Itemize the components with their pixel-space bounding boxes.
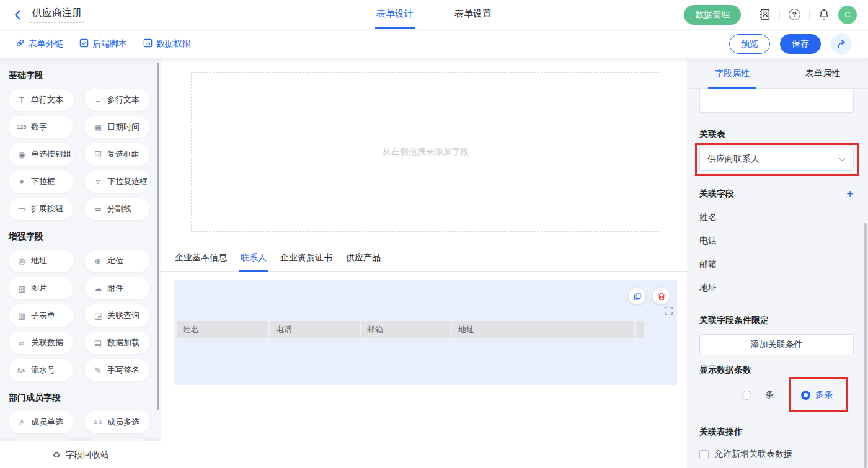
allow-add-related-checkbox[interactable]: 允许新增关联表数据 [699,449,854,460]
palette-item-divider[interactable]: ═分割线 [85,198,149,220]
palette-item-attachment[interactable]: ☁附件 [85,277,149,299]
attachment-icon: ☁ [93,284,103,293]
palette-item-member-multi[interactable]: ♙♙成员多选 [85,411,149,433]
truncated-input-box[interactable] [699,89,854,113]
member-single-icon: ♙ [17,418,27,427]
field-recycle-bin[interactable]: ♻ 字段回收站 [0,441,161,468]
data-permission-icon [143,38,153,50]
palette-item-data-load[interactable]: ▤数据加载 [85,332,149,354]
related-data-field-card[interactable]: 姓名电话邮箱地址 [174,280,677,385]
expand-handle[interactable] [665,307,673,315]
palette-item-label: 多行文本 [107,94,140,105]
data-load-icon: ▤ [93,338,103,348]
palette-item-label: 地址 [31,255,47,267]
radio-multiple-wrap: 多条 [801,389,833,400]
form-dropzone[interactable]: 从左侧拖拽来添加字段 [191,72,660,232]
location-icon: ⊕ [93,257,103,266]
signature-icon: ✎ [93,366,103,375]
palette-item-serial-number[interactable]: №流水号 [9,359,73,381]
palette-item-number[interactable]: 123数字 [9,116,73,138]
table-header-cell: 电话 [270,321,360,338]
palette-item-label: 关联查询 [107,310,140,321]
back-icon [12,9,24,20]
save-button[interactable]: 保存 [780,34,821,54]
chevron-down-icon [839,157,846,162]
tab-company-qualification[interactable]: 企业资质证书 [279,247,334,272]
palette-item-multi-line-text[interactable]: ≡多行文本 [85,89,149,111]
palette-item-related-data[interactable]: ∞关联数据 [9,332,73,354]
related-field-item: 地址 [699,283,854,294]
user-avatar[interactable]: C [838,6,857,24]
copy-field-button[interactable] [629,288,645,304]
palette-item-label: 复选框组 [107,149,140,160]
share-button[interactable] [831,33,852,55]
palette-item-image[interactable]: ▧图片 [9,277,73,299]
palette-item-subform[interactable]: ▥子表单 [9,304,73,327]
data-manage-button[interactable]: 数据管理 [684,5,741,25]
address-book-icon[interactable] [759,9,771,20]
palette-grid: T单行文本≡多行文本123数字▦日期时间◉单选按钮组☑复选框组▾下拉框▿下拉复选… [9,89,161,220]
palette-item-member-single[interactable]: ♙成员单选 [9,411,73,433]
subform-icon: ▥ [17,311,27,320]
palette-item-single-line-text[interactable]: T单行文本 [9,89,73,111]
expand-button-icon: ▭ [17,205,27,214]
palette-sections: 基础字段T单行文本≡多行文本123数字▦日期时间◉单选按钮组☑复选框组▾下拉框▿… [9,70,161,461]
palette-item-radio-group[interactable]: ◉单选按钮组 [9,143,73,166]
sidebar-scrollbar[interactable] [157,63,159,410]
palette-item-datetime[interactable]: ▦日期时间 [85,116,149,138]
plus-icon[interactable]: + [846,189,854,199]
palette-item-location[interactable]: ⊕定位 [85,250,149,272]
top-header: 供应商注册 表单设计表单设置 数据管理 ? C [0,0,868,30]
link-icon [16,38,25,50]
preview-button[interactable]: 预览 [729,34,770,54]
palette-item-label: 日期时间 [107,121,140,133]
radio-multiple[interactable]: 多条 [801,389,833,400]
radio-multiple-dot [801,391,810,400]
form-canvas: 从左侧拖拽来添加字段 企业基本信息联系人企业资质证书供应产品 姓名电话邮箱地址 [161,59,687,468]
palette-section-title: 增强字段 [9,231,161,242]
related-field-item: 邮箱 [699,259,854,270]
form-external-link[interactable]: 表单外链 [16,38,63,50]
palette-item-address[interactable]: ◎地址 [9,250,73,272]
tab-field-properties[interactable]: 字段属性 [687,59,777,88]
tab-contacts[interactable]: 联系人 [239,247,268,272]
related-fields-label: 关联字段 [699,188,734,200]
condition-label: 关联字段条件限定 [699,315,854,326]
data-permission[interactable]: 数据权限 [143,38,191,50]
palette-item-expand-button[interactable]: ▭扩展按钮 [9,198,73,220]
palette-item-related-query[interactable]: ◲关联查询 [85,304,149,327]
tab-supplied-products[interactable]: 供应产品 [345,247,382,272]
form-title[interactable]: 供应商注册 [30,7,84,23]
share-arrow-icon [836,40,846,49]
palette-item-signature[interactable]: ✎手写签名 [85,359,149,381]
related-table-select[interactable]: 供应商联系人 [699,148,854,171]
palette-item-label: 关联数据 [31,337,63,348]
header-left: 供应商注册 [12,7,84,23]
table-header-cell: 邮箱 [361,321,451,338]
palette-section-title: 基础字段 [9,70,161,81]
palette-item-multi-dropdown[interactable]: ▿下拉复选框 [85,170,149,193]
palette-item-dropdown[interactable]: ▾下拉框 [9,170,73,193]
tab-company-basic-info[interactable]: 企业基本信息 [174,247,228,272]
add-condition-button[interactable]: 添加关联条件 [699,334,854,355]
properties-scrollbar[interactable] [864,223,867,468]
related-table-select-wrap: 供应商联系人 [699,148,854,171]
back-button[interactable] [12,9,24,20]
divider [809,10,810,20]
radio-single[interactable]: 一条 [742,389,774,400]
palette-item-checkbox-group[interactable]: ☑复选框组 [85,143,149,166]
help-icon[interactable]: ? [789,9,800,20]
backend-script-label: 后端脚本 [92,38,127,50]
address-icon: ◎ [17,257,27,266]
bell-icon[interactable] [818,9,830,20]
tab-form-settings[interactable]: 表单设置 [453,0,493,29]
backend-script[interactable]: 后端脚本 [79,38,127,50]
related-field-item: 电话 [699,236,854,247]
dropzone-placeholder: 从左侧拖拽来添加字段 [383,146,469,157]
tab-form-properties[interactable]: 表单属性 [777,59,868,88]
palette-item-label: 图片 [31,283,47,294]
radio-single-label: 一条 [756,389,774,400]
display-count-label: 显示数据条数 [699,364,854,376]
tab-form-design[interactable]: 表单设计 [375,0,415,29]
delete-field-button[interactable] [653,288,670,304]
